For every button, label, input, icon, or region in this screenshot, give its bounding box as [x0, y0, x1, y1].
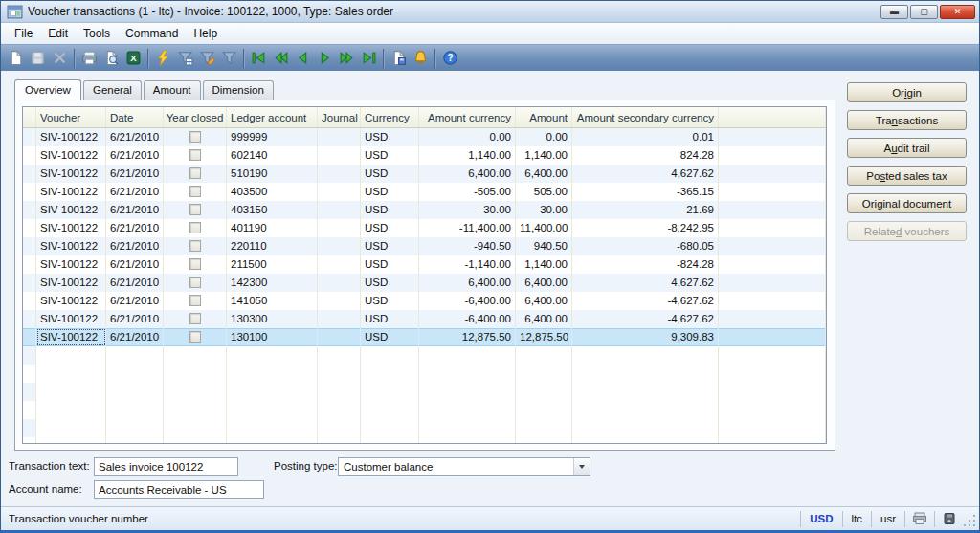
cell-amount[interactable]: 505.00	[516, 183, 572, 201]
cell-journal[interactable]	[318, 255, 361, 274]
cell-currency[interactable]: USD	[361, 255, 419, 274]
cell-voucher[interactable]: SIV-100122	[36, 292, 106, 310]
cell-amount-secondary-currency[interactable]: -4,627.62	[572, 310, 719, 328]
cell-date[interactable]: 6/21/2010	[106, 219, 164, 237]
cell-amount-currency[interactable]: 12,875.50	[419, 328, 516, 346]
document-handling-icon[interactable]	[388, 47, 410, 69]
cell-date[interactable]: 6/21/2010	[106, 255, 164, 274]
table-row[interactable]: SIV-1001226/21/2010211500USD-1,140.001,1…	[23, 255, 826, 274]
cell-currency[interactable]: USD	[361, 128, 419, 146]
audit-trail-button[interactable]: Audit trail	[847, 138, 967, 158]
close-button[interactable]: ✕	[940, 5, 975, 19]
column-header-amount-secondary-currency[interactable]: Amount secondary currency	[572, 107, 719, 127]
cell-date[interactable]: 6/21/2010	[106, 165, 164, 183]
menu-item-file[interactable]: File	[7, 25, 40, 42]
cell-currency[interactable]: USD	[361, 310, 419, 328]
cell-ledger-account[interactable]: 130300	[227, 310, 318, 328]
cell-amount[interactable]: 6,400.00	[516, 310, 572, 328]
cell-voucher[interactable]: SIV-100122	[36, 237, 106, 255]
cell-ledger-account[interactable]: 211500	[227, 255, 318, 274]
cell-voucher[interactable]: SIV-100122	[36, 274, 106, 292]
posting-type-combobox[interactable]: Customer balance	[338, 457, 590, 476]
cell-amount-currency[interactable]: 6,400.00	[419, 274, 516, 292]
help-icon[interactable]: ?	[439, 47, 461, 69]
cell-currency[interactable]: USD	[361, 292, 419, 310]
cell-amount-secondary-currency[interactable]: -824.28	[572, 255, 719, 274]
tab-overview[interactable]: Overview	[14, 79, 81, 100]
table-row[interactable]: SIV-1001226/21/2010602140USD1,140.001,14…	[23, 146, 826, 165]
column-header-year-closed[interactable]: Year closed	[164, 107, 227, 127]
cell-ledger-account[interactable]: 401190	[227, 219, 318, 237]
cell-ledger-account[interactable]: 141050	[227, 292, 318, 310]
cell-journal[interactable]	[318, 219, 361, 237]
cell-ledger-account[interactable]: 130100	[227, 328, 318, 346]
cell-date[interactable]: 6/21/2010	[106, 274, 164, 292]
column-header-ledger-account[interactable]: Ledger account	[227, 107, 318, 127]
column-header-amount-currency[interactable]: Amount currency	[419, 107, 516, 127]
cell-ledger-account[interactable]: 602140	[227, 146, 318, 165]
cell-ledger-account[interactable]: 999999	[227, 128, 318, 146]
resize-grip[interactable]	[964, 513, 977, 526]
cell-amount-secondary-currency[interactable]: -680.05	[572, 237, 719, 255]
cell-journal[interactable]	[318, 165, 361, 183]
filter-by-field-icon[interactable]	[152, 47, 174, 69]
cell-amount-currency[interactable]: 6,400.00	[419, 165, 516, 183]
cell-date[interactable]: 6/21/2010	[106, 146, 164, 165]
cell-journal[interactable]	[318, 183, 361, 201]
cell-journal[interactable]	[318, 146, 361, 165]
cell-ledger-account[interactable]: 220110	[227, 237, 318, 255]
cell-journal[interactable]	[318, 328, 361, 346]
cell-date[interactable]: 6/21/2010	[106, 310, 164, 328]
previous-record-icon[interactable]	[292, 47, 314, 69]
cell-currency[interactable]: USD	[361, 274, 419, 292]
table-row[interactable]: SIV-1001226/21/2010130100USD12,875.5012,…	[23, 328, 826, 346]
cell-amount-currency[interactable]: -940.50	[419, 237, 516, 255]
cell-amount-currency[interactable]: -6,400.00	[419, 292, 516, 310]
advanced-filter-icon[interactable]	[196, 47, 218, 69]
cell-amount-secondary-currency[interactable]: 4,627.62	[572, 274, 719, 292]
print-icon[interactable]	[78, 47, 100, 69]
tab-dimension[interactable]: Dimension	[203, 80, 274, 100]
filter-by-grid-icon[interactable]	[174, 47, 196, 69]
cell-amount-currency[interactable]: 0.00	[419, 128, 516, 146]
cell-amount-secondary-currency[interactable]: 824.28	[572, 146, 719, 165]
cell-ledger-account[interactable]: 403150	[227, 201, 318, 219]
export-to-excel-icon[interactable]: X	[122, 47, 145, 69]
cell-amount-currency[interactable]: -505.00	[419, 183, 516, 201]
menu-item-tools[interactable]: Tools	[76, 25, 118, 42]
cell-date[interactable]: 6/21/2010	[106, 328, 164, 346]
cell-amount-secondary-currency[interactable]: -4,627.62	[572, 292, 719, 310]
table-row[interactable]: SIV-1001226/21/2010142300USD6,400.006,40…	[23, 274, 826, 292]
cell-journal[interactable]	[318, 201, 361, 219]
column-header-voucher[interactable]: Voucher	[36, 107, 106, 127]
last-record-icon[interactable]	[358, 47, 380, 69]
cell-amount-secondary-currency[interactable]: -365.15	[572, 183, 719, 201]
cell-journal[interactable]	[318, 274, 361, 292]
alerts-icon[interactable]	[410, 47, 432, 69]
tab-general[interactable]: General	[83, 80, 142, 100]
cell-date[interactable]: 6/21/2010	[106, 201, 164, 219]
new-record-icon[interactable]	[5, 47, 27, 69]
column-header-journal[interactable]: Journal	[318, 107, 361, 127]
minimize-button[interactable]: ▬	[880, 5, 908, 19]
tab-amount[interactable]: Amount	[144, 80, 201, 100]
cell-amount-currency[interactable]: -1,140.00	[419, 255, 516, 274]
table-row[interactable]: SIV-1001226/21/2010510190USD6,400.006,40…	[23, 165, 826, 183]
menu-item-help[interactable]: Help	[186, 25, 225, 42]
cell-amount[interactable]: 11,400.00	[516, 219, 572, 237]
cell-voucher[interactable]: SIV-100122	[36, 128, 106, 146]
cell-amount-secondary-currency[interactable]: 4,627.62	[572, 165, 719, 183]
cell-journal[interactable]	[318, 128, 361, 146]
cell-ledger-account[interactable]: 510190	[227, 165, 318, 183]
first-record-icon[interactable]	[248, 47, 270, 69]
chevron-down-icon[interactable]	[573, 458, 590, 475]
cell-amount[interactable]: 0.00	[516, 128, 572, 146]
cell-amount[interactable]: 6,400.00	[516, 274, 572, 292]
cell-voucher[interactable]: SIV-100122	[36, 328, 106, 346]
cell-amount-secondary-currency[interactable]: 9,309.83	[572, 328, 719, 346]
cell-amount-currency[interactable]: -11,400.00	[419, 219, 516, 237]
cell-currency[interactable]: USD	[361, 165, 419, 183]
cell-ledger-account[interactable]: 403500	[227, 183, 318, 201]
cell-amount[interactable]: 30.00	[516, 201, 572, 219]
cell-amount[interactable]: 6,400.00	[516, 165, 572, 183]
